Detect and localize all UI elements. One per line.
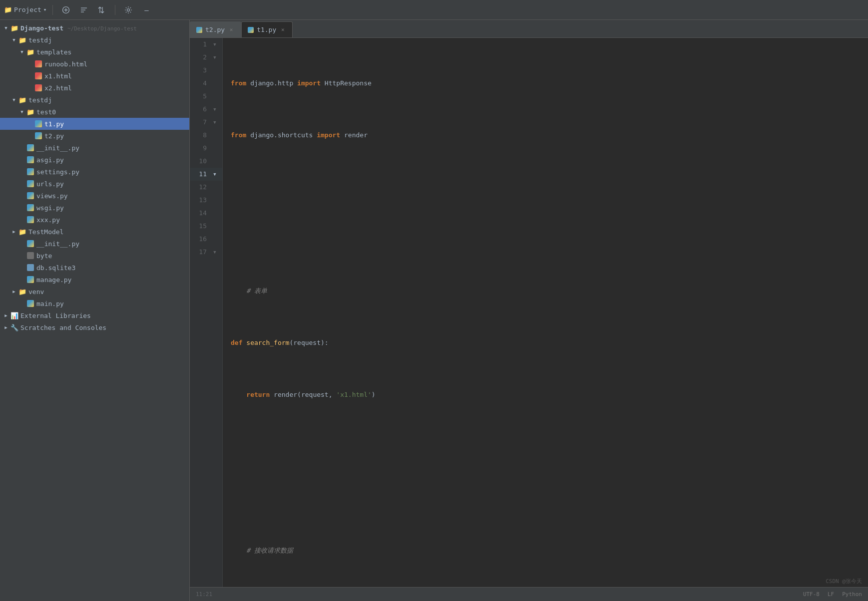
- add-icon: [62, 6, 70, 14]
- minimize-button[interactable]: —: [139, 3, 153, 17]
- svg-point-8: [127, 8, 130, 11]
- spacer: [26, 60, 34, 68]
- language-indicator: Python: [842, 591, 862, 598]
- sidebar-item-x1-html[interactable]: x1.html: [0, 70, 189, 82]
- code-editor[interactable]: 1 ▼ 2 ▼ 3 4: [190, 38, 868, 587]
- project-text: Project: [14, 6, 41, 13]
- py-tab-icon: [196, 27, 202, 33]
- fold-marker[interactable]: ▼: [211, 55, 219, 60]
- sidebar-item-venv[interactable]: 📁 venv: [0, 286, 189, 298]
- line-number: 5: [190, 90, 211, 103]
- folder-icon: 📁: [18, 96, 27, 104]
- sidebar-item-xxx-py[interactable]: xxx.py: [0, 214, 189, 226]
- gutter-line-1: 1 ▼: [190, 38, 222, 51]
- code-line-3: [231, 181, 868, 194]
- tab-close-button[interactable]: ✕: [228, 26, 235, 33]
- sidebar-item-views-py[interactable]: views.py: [0, 190, 189, 202]
- sidebar-item-runoob-html[interactable]: runoob.html: [0, 58, 189, 70]
- tab-t1[interactable]: t1.py ✕: [241, 21, 293, 37]
- py-file-icon: [26, 144, 35, 152]
- sidebar-item-init-py-2[interactable]: __init__.py: [0, 238, 189, 250]
- sidebar-item-wsgi-py[interactable]: wsgi.py: [0, 202, 189, 214]
- sidebar-item-main-py[interactable]: main.py: [0, 298, 189, 309]
- sidebar-item-label: TestModel: [28, 228, 185, 236]
- sidebar-item-label: templates: [36, 48, 185, 56]
- sidebar-item-manage-py[interactable]: manage.py: [0, 274, 189, 286]
- fold-marker[interactable]: ▼: [211, 172, 219, 177]
- tab-close-button[interactable]: ✕: [279, 26, 286, 33]
- sidebar-item-label: testdj: [28, 96, 185, 104]
- gutter-line-7: 7 ▼: [190, 116, 222, 129]
- add-button[interactable]: [59, 3, 73, 17]
- sidebar: 📁 Django-test ~/Desktop/Django-test 📁 te…: [0, 20, 190, 601]
- sidebar-item-label: venv: [28, 288, 185, 296]
- code-line-6: def search_form ( request ):: [231, 336, 868, 349]
- folder-icon: 📁: [10, 24, 19, 32]
- folder-icon: 📁: [18, 288, 27, 296]
- sort-button[interactable]: [77, 3, 91, 17]
- project-label[interactable]: 📁 Project ▾: [4, 6, 46, 13]
- html-file-icon: [34, 84, 43, 92]
- sidebar-item-urls-py[interactable]: urls.py: [0, 178, 189, 190]
- sidebar-item-byte[interactable]: byte: [0, 250, 189, 262]
- sidebar-item-settings-py[interactable]: settings.py: [0, 166, 189, 178]
- sidebar-item-init-py-1[interactable]: __init__.py: [0, 142, 189, 154]
- tab-t2[interactable]: t2.py ✕: [190, 21, 241, 37]
- line-number: 6: [190, 103, 211, 116]
- sidebar-item-scratches[interactable]: 🔧 Scratches and Consoles: [0, 321, 189, 333]
- sidebar-item-test0[interactable]: 📁 test0: [0, 106, 189, 118]
- sidebar-item-t2-py[interactable]: t2.py: [0, 130, 189, 142]
- code-line-4: [231, 233, 868, 246]
- sidebar-item-label: main.py: [36, 300, 185, 307]
- chevron-down-icon: [2, 24, 10, 32]
- spacer: [26, 72, 34, 80]
- sidebar-item-templates[interactable]: 📁 templates: [0, 46, 189, 58]
- settings-button[interactable]: [121, 3, 135, 17]
- dropdown-arrow-icon[interactable]: ▾: [43, 6, 47, 13]
- keyword: return: [246, 388, 270, 401]
- gutter-line-17: 17 ▼: [190, 246, 222, 259]
- sidebar-item-django-test-root[interactable]: 📁 Django-test ~/Desktop/Django-test: [0, 22, 189, 34]
- gutter-line-2: 2 ▼: [190, 51, 222, 64]
- code-content[interactable]: from django.http import HttpResponse fro…: [223, 38, 868, 587]
- sidebar-item-testdj-2[interactable]: 📁 testdj: [0, 94, 189, 106]
- tab-label: t1.py: [257, 26, 276, 33]
- sidebar-item-testdj-1[interactable]: 📁 testdj: [0, 34, 189, 46]
- editor-area: t2.py ✕ t1.py ✕ 1 ▼ 2 ▼: [190, 20, 868, 601]
- line-number: 14: [190, 207, 211, 220]
- file-tree[interactable]: 📁 Django-test ~/Desktop/Django-test 📁 te…: [0, 20, 189, 601]
- spacer: [18, 168, 26, 176]
- settings-icon: [124, 6, 132, 14]
- py-file-icon: [26, 216, 35, 224]
- sidebar-item-label: wsgi.py: [36, 204, 185, 212]
- sidebar-item-db-sqlite3[interactable]: db.sqlite3: [0, 262, 189, 274]
- sidebar-item-asgi-py[interactable]: asgi.py: [0, 154, 189, 166]
- watermark: CSDN @张今天: [826, 578, 862, 585]
- sidebar-item-label: views.py: [36, 192, 185, 200]
- sidebar-item-label: settings.py: [36, 168, 185, 176]
- sidebar-item-testmodel[interactable]: 📁 TestModel: [0, 226, 189, 238]
- chevron-right-icon: [10, 288, 18, 296]
- db-file-icon: [26, 264, 35, 272]
- line-ending-indicator: LF: [828, 591, 834, 598]
- sidebar-item-t1-py[interactable]: t1.py: [0, 118, 189, 130]
- comment: # 表单: [231, 285, 267, 298]
- fold-marker[interactable]: ▼: [211, 42, 219, 47]
- line-number: 3: [190, 64, 211, 77]
- gutter-line-6: 6 ▼: [190, 103, 222, 116]
- sort2-button[interactable]: [95, 3, 109, 17]
- gutter-line-5: 5: [190, 90, 222, 103]
- fold-marker[interactable]: ▼: [211, 120, 219, 125]
- chevron-down-icon: [10, 96, 18, 104]
- spacer: [26, 120, 34, 128]
- fold-marker[interactable]: ▼: [211, 250, 219, 255]
- sidebar-item-label: Django-test ~/Desktop/Django-test: [20, 24, 185, 32]
- html-file-icon: [34, 60, 43, 68]
- folder-icon: 📁: [4, 6, 12, 13]
- sidebar-item-ext-libraries[interactable]: 📊 External Libraries: [0, 309, 189, 321]
- fold-marker[interactable]: ▼: [211, 107, 219, 112]
- keyword: from: [231, 77, 246, 90]
- chevron-right-icon: [2, 323, 10, 331]
- toolbar-separator: [52, 5, 53, 15]
- sidebar-item-x2-html[interactable]: x2.html: [0, 82, 189, 94]
